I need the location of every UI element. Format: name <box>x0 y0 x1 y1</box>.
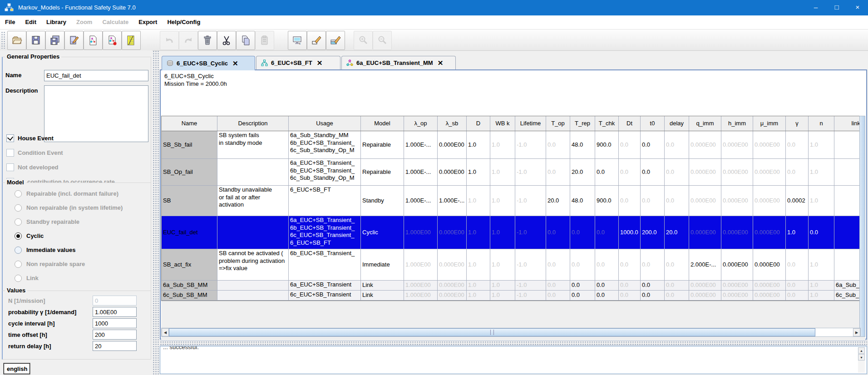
cell-sb[interactable]: 0.000E00 <box>438 281 467 290</box>
cell-name[interactable]: 6a_Sub_SB_MM <box>162 281 217 290</box>
table-row-sb-act-fix[interactable]: SB_act_fixSB cannot be activated ( probl… <box>162 249 862 281</box>
cell-link[interactable]: 6c_Sub_S <box>834 291 862 300</box>
cell-h-imm[interactable]: 0.000E00 <box>721 216 753 249</box>
cell-d[interactable]: 1.0 <box>467 249 490 280</box>
table-row-6c-sub-sb-mm[interactable]: 6c_Sub_SB_MM6c_EUC+SB_TransientLink1.000… <box>162 291 862 301</box>
value-input-time-offset-h[interactable] <box>93 330 137 340</box>
cell-t0[interactable]: 0.0 <box>641 186 665 216</box>
cell-usage[interactable]: 6a_Sub_Standby_MM 6b_EUC+SB_Transient_ 6… <box>289 131 361 158</box>
cell-wb-k[interactable]: 1.0 <box>490 281 515 290</box>
toolbar-grip[interactable] <box>1 31 6 49</box>
cell-t-chk[interactable]: 900.0 <box>595 186 619 216</box>
cell-sb[interactable]: 0.000E00 <box>438 249 467 280</box>
column-header-name[interactable]: Name <box>162 116 217 131</box>
cell-t-chk[interactable]: 0.0 <box>595 249 619 280</box>
status-scrollbar[interactable]: ▲ ▼ <box>858 347 865 373</box>
cell-h-imm[interactable]: 0.000E00 <box>721 291 753 300</box>
cell-wb-k[interactable]: 1.0 <box>490 159 515 185</box>
cell-usage[interactable]: 6c_EUC+SB_Transient <box>289 291 361 300</box>
copy-pages-button[interactable] <box>236 31 255 50</box>
radio-non-repairable-spare[interactable]: Non repairable spare <box>15 257 149 271</box>
new-model-document-button[interactable] <box>84 31 103 50</box>
checkbox-not-developed[interactable]: Not developed <box>6 160 148 174</box>
cell-sb[interactable]: 1.000E-... <box>438 186 467 216</box>
minimize-button[interactable]: – <box>805 0 826 15</box>
cell-t-op[interactable]: 20.0 <box>546 186 570 216</box>
menu-calculate[interactable]: Calculate <box>97 15 133 29</box>
cell-q-imm[interactable]: 0.000E00 <box>689 131 721 158</box>
cell-model[interactable]: Repairable <box>361 159 404 185</box>
cell-[interactable]: 0.0002 <box>786 186 809 216</box>
column-header-t-chk[interactable]: T_chk <box>595 116 619 131</box>
cell-dt[interactable]: 0.0 <box>619 291 641 300</box>
value-input-cycle-interval-h[interactable] <box>93 318 137 328</box>
cell-usage[interactable]: 6a_EUC+SB_Transient_ 6b_EUC+SB_Transient… <box>289 159 361 185</box>
cell-op[interactable]: 1.000E-... <box>404 186 438 216</box>
column-header-[interactable]: γ <box>786 116 809 131</box>
value-input-return-delay-h[interactable] <box>93 341 137 351</box>
cell-name[interactable]: SB_Op_fail <box>162 159 217 185</box>
cell-model[interactable]: Standby <box>361 186 404 216</box>
cell-n[interactable]: 0.0 <box>809 216 834 249</box>
column-header-usage[interactable]: Usage <box>289 116 361 131</box>
column-header-model[interactable]: Model <box>361 116 404 131</box>
column-header-imm[interactable]: μ_imm <box>753 116 786 131</box>
cell-t-rep[interactable]: 0.0 <box>570 281 595 290</box>
cell-n[interactable]: 1.0 <box>809 249 834 280</box>
edit-document-button[interactable] <box>64 31 84 50</box>
cell-lifetime[interactable]: -1.0 <box>515 159 546 185</box>
cell-t-op[interactable]: 0.0 <box>546 291 570 300</box>
cell-usage[interactable]: 6a_EUC+SB_Transient_ 6b_EUC+SB_Transient… <box>289 216 361 249</box>
cell-description[interactable]: Standby unavailable or fail at or after … <box>217 186 289 216</box>
tab-6-euc-sb-ft[interactable]: 6_EUC+SB_FT✕ <box>256 56 340 69</box>
delete-trash-button[interactable] <box>198 31 217 50</box>
column-header-description[interactable]: Description <box>217 116 289 131</box>
column-header-op[interactable]: λ_op <box>404 116 438 131</box>
cell-q-imm[interactable]: 0.000E00 <box>689 186 721 216</box>
column-header-n[interactable]: n <box>809 116 834 131</box>
tab-6a-euc-sb-transient-mm[interactable]: 6a_EUC+SB_Transient_MM✕ <box>341 56 456 69</box>
edit-values-pencil-button[interactable] <box>307 31 326 50</box>
column-header-t0[interactable]: t0 <box>641 116 665 131</box>
cell-t-chk[interactable]: 0.0 <box>595 216 619 249</box>
cell-wb-k[interactable]: 1.0 <box>490 249 515 280</box>
scroll-left-arrow[interactable]: ◀ <box>162 328 169 336</box>
cell-q-imm[interactable]: 2.000E-... <box>689 249 721 280</box>
cell-imm[interactable]: 0.000E00 <box>753 249 786 280</box>
cell-imm[interactable]: 0.000E00 <box>753 159 786 185</box>
cell-link[interactable] <box>834 216 862 249</box>
cell-n[interactable]: 1.0 <box>809 291 834 300</box>
column-header-lifetime[interactable]: Lifetime <box>515 116 546 131</box>
cell-dt[interactable]: 0.0 <box>619 131 641 158</box>
cell-link[interactable] <box>834 159 862 185</box>
cell-op[interactable]: 1.000E-... <box>404 159 438 185</box>
cell-t-rep[interactable]: 20.0 <box>570 159 595 185</box>
cell-t-op[interactable]: 0.0 <box>546 216 570 249</box>
cell-description[interactable] <box>217 281 289 290</box>
cell-sb[interactable]: 0.000E00 <box>438 131 467 158</box>
cell-h-imm[interactable]: 0.000E00 <box>721 249 753 280</box>
tab-close-icon[interactable]: ✕ <box>437 59 444 67</box>
menu-export[interactable]: Export <box>133 15 162 29</box>
radio-circle[interactable] <box>15 218 22 226</box>
add-model-document-button[interactable] <box>103 31 122 50</box>
cell-t-rep[interactable]: 0.0 <box>570 249 595 280</box>
cell-q-imm[interactable]: 0.000E00 <box>689 159 721 185</box>
column-header-delay[interactable]: delay <box>665 116 689 131</box>
cell-name[interactable]: SB_Sb_fail <box>162 131 217 158</box>
cell-description[interactable]: SB system fails in standby mode <box>217 131 289 158</box>
cell-dt[interactable]: 0.0 <box>619 249 641 280</box>
cell-wb-k[interactable]: 1.0 <box>490 131 515 158</box>
sidebar-splitter[interactable] <box>153 50 159 375</box>
status-scroll-up-arrow[interactable]: ▲ <box>858 347 865 354</box>
cell-[interactable]: 0.0 <box>786 159 809 185</box>
cell-h-imm[interactable]: 0.000E00 <box>721 131 753 158</box>
cell-sb[interactable]: 0.000E00 <box>438 159 467 185</box>
cell-op[interactable]: 1.000E00 <box>404 249 438 280</box>
value-input-probability-1-demand[interactable] <box>93 307 137 317</box>
name-input[interactable] <box>44 70 148 81</box>
cell-dt[interactable]: 0.0 <box>619 159 641 185</box>
cell-d[interactable]: 1.0 <box>467 281 490 290</box>
cell-[interactable]: 0.0 <box>786 281 809 290</box>
scroll-right-arrow[interactable]: ▶ <box>853 328 860 336</box>
